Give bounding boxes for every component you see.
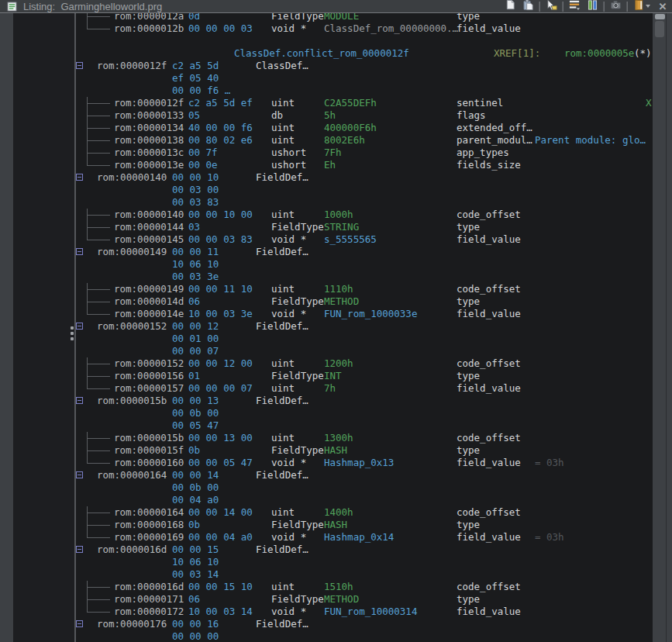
address: rom:0000012b [114, 22, 184, 35]
listing-row[interactable]: rom:0000015b00 00 13 00uint1300hcode_off… [0, 432, 653, 444]
listing-row[interactable]: 00 03 3e [0, 271, 653, 283]
listing-row[interactable]: 00 04 a0 [0, 494, 653, 506]
address: rom:00000133 [114, 109, 184, 122]
window-left-edge [0, 13, 13, 642]
listing-row[interactable]: rom:0000015700 00 00 07uint7hfield_value [0, 382, 653, 395]
listing-row[interactable]: rom:0000014000 00 10FieldDef… [0, 171, 653, 184]
listing-row[interactable]: 00 03 14 [0, 568, 653, 581]
listing-viewport[interactable]: rom:0000012a0dFieldTypeMODULEtyperom:000… [0, 13, 653, 642]
bytes-continuation: 00 03 3e [172, 271, 219, 283]
comment: Parent module: glo… [535, 134, 646, 147]
listing-row[interactable]: rom:0000017210 00 03 14void *FUN_rom_100… [0, 606, 653, 618]
listing-row[interactable]: rom:0000012a0dFieldTypeMODULEtype [0, 13, 653, 22]
scrollbar-thumb[interactable] [655, 14, 665, 19]
listing-row[interactable]: rom:0000012fc2 a5 5d efuintC2A55DEFhsent… [0, 97, 653, 109]
selection-cursor-button[interactable] [544, 1, 558, 12]
listing-row[interactable]: rom:0000014900 00 11 10uint1110hcode_off… [0, 283, 653, 295]
listing-row[interactable]: 00 00 07 [0, 345, 653, 357]
listing-display-button[interactable] [632, 1, 652, 12]
listing-row[interactable]: rom:0000016400 00 14FieldDef… [0, 469, 653, 482]
panel-titlebar[interactable]: Listing: Garminghelloworld.prg [0, 0, 672, 13]
listing-row[interactable]: rom:0000016400 00 14 00uint1400hcode_off… [0, 506, 653, 519]
listing-row[interactable]: 00 0b 00 [0, 407, 653, 419]
listing-row[interactable]: 10 06 10 [0, 556, 653, 568]
listing-row[interactable]: 10 06 10 [0, 258, 653, 271]
listing-row[interactable]: rom:0000014403FieldTypeSTRINGtype [0, 221, 653, 233]
bytes: c2 a5 5d ef [188, 97, 253, 109]
listing-row[interactable]: rom:0000014d06FieldTypeMETHODtype [0, 295, 653, 308]
bytes: 00 00 15 10 [188, 581, 253, 593]
listing-row[interactable]: rom:0000015200 00 12 00uint1200hcode_off… [0, 357, 653, 370]
listing-row[interactable]: rom:0000013800 80 02 e6uint8002E6hparent… [0, 134, 653, 147]
symbol-label[interactable]: ClassDef.conflict_rom_0000012f [234, 47, 409, 60]
listing-row[interactable]: rom:0000013c00 7fushort7Fhapp_types [0, 147, 653, 159]
listing-row[interactable]: rom:0000016900 00 04 a0void *Hashmap_0x1… [0, 531, 653, 544]
collapse-toggle[interactable] [76, 620, 83, 627]
edit-fields-button[interactable] [567, 1, 581, 12]
listing-row[interactable]: rom:0000014500 00 03 83void *s_5555565fi… [0, 233, 653, 246]
field-name: type [457, 295, 480, 308]
listing-row[interactable]: rom:0000017106FieldTypeMETHODtype [0, 593, 653, 606]
paste-button[interactable] [521, 1, 535, 12]
bytes-continuation: 00 00 f6 … [172, 85, 230, 97]
bytes-continuation: 00 05 47 [172, 419, 219, 432]
listing-row[interactable]: ef 05 40 [0, 72, 653, 85]
listing-row[interactable]: rom:0000014e10 00 03 3evoid *FUN_rom_100… [0, 308, 653, 320]
operand: 1400h [324, 506, 353, 519]
operand: s_5555565 [324, 233, 377, 246]
collapse-toggle[interactable] [76, 546, 83, 553]
listing-row[interactable]: 00 05 47 [0, 419, 653, 432]
listing-row[interactable]: rom:0000017600 00 16FieldDef… [0, 618, 653, 630]
listing-row[interactable]: rom:0000015200 00 12FieldDef… [0, 320, 653, 333]
collapse-toggle[interactable] [76, 397, 83, 404]
mnemonic: FieldType [271, 519, 324, 531]
close-button[interactable]: ✕ [656, 1, 670, 12]
address: rom:00000149 [114, 283, 184, 295]
collapse-toggle[interactable] [76, 248, 83, 255]
field-name: field_value [457, 308, 521, 320]
mnemonic: uint [271, 506, 295, 519]
xref-address[interactable]: rom:0000005e [564, 47, 634, 60]
listing-row[interactable]: 00 03 00 [0, 184, 653, 196]
listing-row[interactable]: rom:0000013305db5hflags [0, 109, 653, 122]
mnemonic: void * [271, 22, 306, 35]
listing-row[interactable]: rom:0000016000 00 05 47void *Hashmap_0x1… [0, 457, 653, 469]
listing-row[interactable]: rom:0000015601FieldTypeINTtype [0, 370, 653, 382]
listing-row[interactable]: rom:0000014900 00 11FieldDef… [0, 246, 653, 258]
address: rom:00000168 [114, 519, 184, 531]
collapse-toggle[interactable] [76, 471, 83, 478]
splitter-drag-handle[interactable] [71, 326, 74, 330]
symbol-label-row[interactable]: ClassDef.conflict_rom_0000012fXREF[1]:ro… [0, 47, 653, 60]
listing-row[interactable]: rom:0000015f0bFieldTypeHASHtype [0, 444, 653, 457]
tree-branch [87, 537, 110, 538]
snapshot-button[interactable] [608, 1, 622, 12]
listing-row[interactable]: rom:0000015b00 00 13FieldDef… [0, 395, 653, 407]
listing-row[interactable]: rom:0000016d00 00 15FieldDef… [0, 544, 653, 556]
copy-button[interactable] [503, 1, 517, 12]
mnemonic: FieldDef… [256, 469, 308, 482]
listing-row[interactable]: rom:0000013e00 0eushortEhfields_size [0, 159, 653, 171]
collapse-toggle[interactable] [76, 62, 83, 69]
listing-row[interactable]: rom:0000012fc2 a5 5dClassDef… [0, 60, 653, 72]
listing-row[interactable]: 00 01 00 [0, 333, 653, 345]
collapse-toggle[interactable] [76, 174, 83, 181]
vertical-scrollbar[interactable] [653, 13, 672, 642]
listing-row[interactable]: 00 00 00 [0, 630, 653, 642]
listing-row[interactable]: rom:0000016d00 00 15 10uint1510hcode_off… [0, 581, 653, 593]
listing-row[interactable]: 00 03 83 [0, 196, 653, 209]
listing-row[interactable]: rom:0000014000 00 10 00uint1000hcode_off… [0, 209, 653, 221]
operand: INT [324, 370, 342, 382]
listing-row[interactable]: rom:0000013440 00 00 f6uint400000F6hexte… [0, 122, 653, 134]
field-name: code_offset [457, 283, 521, 295]
bytes-continuation: 10 06 10 [172, 258, 219, 271]
diff-view-button[interactable] [585, 1, 599, 12]
listing-row[interactable]: rom:0000012b00 00 00 03void *ClassDef_ro… [0, 22, 653, 35]
close-icon: ✕ [659, 2, 667, 12]
listing-row[interactable]: rom:000001680bFieldTypeHASHtype [0, 519, 653, 531]
mnemonic: void * [271, 531, 306, 544]
listing-row[interactable]: 00 0b 00 [0, 482, 653, 494]
collapse-toggle[interactable] [76, 323, 83, 330]
tree-branch [87, 450, 110, 451]
address: rom:00000149 [97, 246, 167, 258]
listing-row[interactable]: 00 00 f6 … [0, 85, 653, 97]
